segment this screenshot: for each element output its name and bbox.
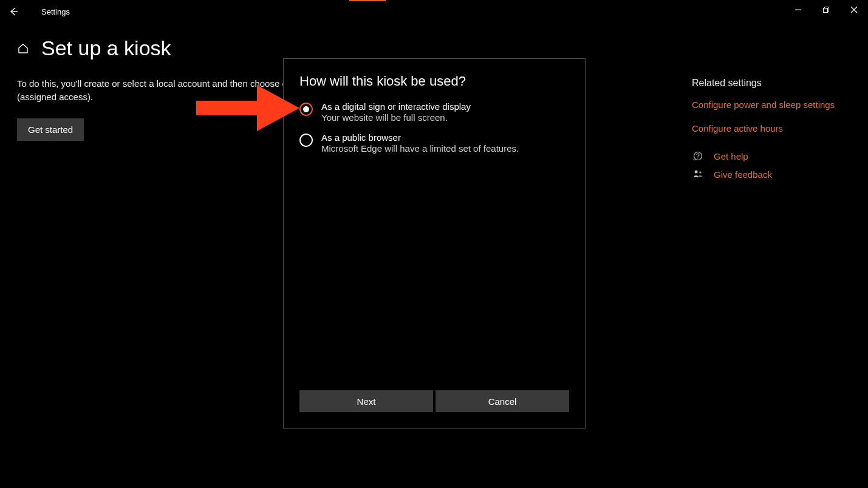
page-header: Set up a kiosk [17,36,685,60]
accent-strip [349,0,386,1]
svg-point-7 [695,171,698,174]
option-digital-sign-label: As a digital sign or interactive display [321,101,471,112]
help-row[interactable]: Get help [692,151,856,161]
svg-rect-2 [824,8,828,13]
option-public-browser-label: As a public browser [321,132,519,143]
home-icon[interactable] [17,42,29,55]
titlebar: Settings [0,0,868,23]
give-feedback-link[interactable]: Give feedback [714,169,772,180]
link-active-hours[interactable]: Configure active hours [692,123,856,134]
close-button[interactable] [840,0,868,19]
feedback-icon [692,169,704,180]
app-title: Settings [41,7,70,16]
kiosk-usage-dialog: How will this kiosk be used? As a digita… [283,58,586,429]
get-help-link[interactable]: Get help [714,151,748,161]
help-icon [692,151,704,161]
radio-unselected-icon [299,134,313,147]
cancel-button[interactable]: Cancel [436,390,569,412]
link-power-sleep[interactable]: Configure power and sleep settings [692,100,856,110]
back-button[interactable] [0,0,28,23]
svg-point-8 [699,171,702,174]
related-sidebar: Related settings Configure power and sle… [692,78,856,187]
next-button[interactable]: Next [299,390,433,412]
svg-point-6 [697,158,699,159]
maximize-button[interactable] [812,0,840,19]
option-public-browser-text: As a public browser Microsoft Edge will … [321,132,519,154]
maximize-icon [822,6,830,13]
close-icon [850,6,858,13]
sidebar-heading: Related settings [692,78,856,89]
page-title: Set up a kiosk [41,36,171,60]
minimize-button[interactable] [784,0,812,19]
radio-selected-icon [299,103,313,116]
window-controls [784,0,868,19]
dialog-title: How will this kiosk be used? [299,73,569,89]
option-digital-sign[interactable]: As a digital sign or interactive display… [299,101,569,123]
minimize-icon [795,6,802,13]
option-public-browser-desc: Microsoft Edge will have a limited set o… [321,143,519,154]
option-digital-sign-desc: Your website will be full screen. [321,112,471,123]
option-digital-sign-text: As a digital sign or interactive display… [321,101,471,123]
arrow-left-icon [9,6,19,17]
dialog-buttons: Next Cancel [299,390,569,412]
option-public-browser[interactable]: As a public browser Microsoft Edge will … [299,132,569,154]
feedback-row[interactable]: Give feedback [692,169,856,180]
get-started-button[interactable]: Get started [17,118,84,141]
